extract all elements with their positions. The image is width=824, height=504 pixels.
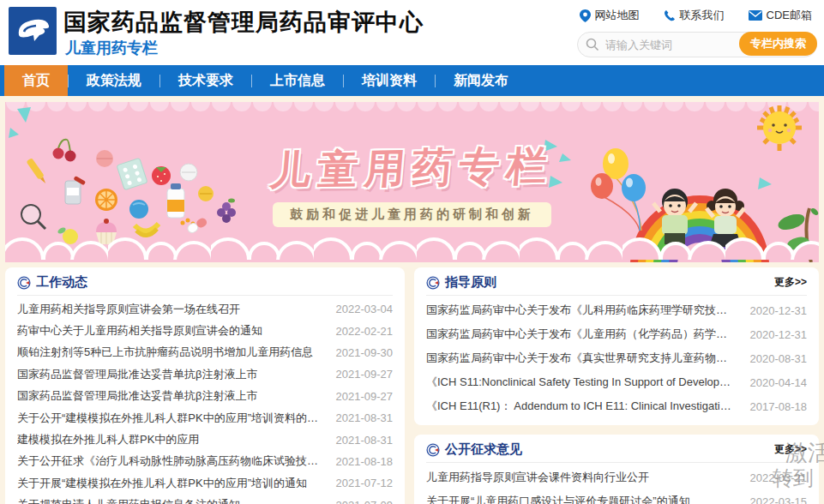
list-item-date: 2022-02-21: [336, 325, 394, 338]
map-pin-icon: [580, 9, 591, 22]
list-item[interactable]: 儿童用药指导原则宣讲会课件资料向行业公开2022-03-21: [426, 465, 807, 489]
list-item[interactable]: 关于规范申请人儿童用药申报信息备注的通知2021-07-09: [17, 495, 393, 504]
list-item-title[interactable]: 国家药监局药审中心关于发布《真实世界研究支持儿童药物研发与审评的...: [426, 351, 733, 366]
list-item-date: 2021-07-12: [336, 477, 394, 489]
contact-link[interactable]: 联系我们: [664, 8, 725, 23]
quick-links: 网站地图 联系我们 CDE邮箱: [580, 8, 812, 23]
contact-label: 联系我们: [680, 8, 725, 23]
nav-item-market[interactable]: 上市信息: [252, 65, 343, 96]
section-guidelines: 指导原则 更多>> 国家药监局药审中心关于发布《儿科用药临床药理学研究技术指导原…: [414, 267, 819, 425]
mail-label: CDE邮箱: [767, 8, 812, 23]
list-item[interactable]: 关于公开“建模模拟在外推儿科人群PK中的应用”培训资料的通知2021-08-31: [17, 407, 393, 429]
list-item-date: 2022-03-21: [750, 471, 808, 484]
list-item-title[interactable]: 儿童用药相关指导原则宣讲会第一场在线召开: [17, 302, 240, 317]
section-header: 公开征求意见 更多>>: [426, 435, 807, 463]
section-badge-icon: [426, 276, 440, 290]
list-item[interactable]: 《ICH S11:Nonclinical Safety Testing In S…: [426, 370, 807, 394]
phone-icon: [664, 9, 676, 21]
section-public-comments: 公开征求意见 更多>> 儿童用药指导原则宣讲会课件资料向行业公开2022-03-…: [414, 435, 819, 504]
list-item[interactable]: 国家药品监督管理局批准达妥昔单抗β注射液上市2021-09-27: [17, 363, 393, 385]
list-item-date: 2021-09-27: [336, 368, 394, 381]
list-item-title[interactable]: 《ICH E11(R1)： Addendum to ICH E11: Clini…: [426, 399, 733, 414]
cde-logo-icon: [9, 7, 57, 55]
nav-item-home[interactable]: 首页: [4, 65, 68, 96]
list-item[interactable]: 儿童用药相关指导原则宣讲会第一场在线召开2022-03-04: [17, 298, 393, 320]
list-item[interactable]: 顺铂注射剂等5种已上市抗肿瘤药品说明书增加儿童用药信息2021-09-30: [17, 342, 393, 363]
list-item-date: 2022-03-15: [750, 495, 808, 504]
list-item-date: 2021-09-30: [336, 346, 394, 359]
nav-item-policies[interactable]: 政策法规: [69, 65, 159, 96]
list-item-title[interactable]: 关于规范申请人儿童用药申报信息备注的通知: [17, 497, 240, 504]
list-item-title[interactable]: 关于开展“建模模拟在外推儿科人群PK中的应用”培训的通知: [17, 476, 307, 491]
list-item[interactable]: 国家药监局药审中心关于发布《儿科用药临床药理学研究技术指导原则》...2020-…: [426, 298, 807, 322]
clouds: [5, 224, 819, 262]
right-column: 指导原则 更多>> 国家药监局药审中心关于发布《儿科用药临床药理学研究技术指导原…: [414, 267, 819, 504]
search-bar: 专栏内搜索: [577, 32, 817, 57]
mail-icon: [749, 10, 762, 21]
list-item-title[interactable]: 关于公开“建模模拟在外推儿科人群PK中的应用”培训资料的通知: [17, 411, 319, 426]
list-item-date: 2020-12-31: [750, 328, 808, 341]
banner-band: 儿童用药专栏 鼓励和促进儿童用药的研制和创新: [0, 96, 824, 267]
list-item[interactable]: 《ICH E11(R1)： Addendum to ICH E11: Clini…: [426, 394, 807, 418]
section-title: 指导原则: [445, 274, 496, 291]
section-title: 公开征求意见: [445, 441, 522, 458]
nav-item-training[interactable]: 培训资料: [344, 65, 435, 96]
banner-slogan: 鼓励和促进儿童用药的研制和创新: [273, 202, 551, 227]
list-item[interactable]: 国家药监局药审中心关于发布《儿童用药（化学药品）药学开发指导原则...2020-…: [426, 322, 807, 346]
search-button[interactable]: 专栏内搜索: [739, 32, 817, 56]
more-link[interactable]: 更多>>: [774, 275, 807, 290]
mail-link[interactable]: CDE邮箱: [749, 8, 812, 23]
list-item-title[interactable]: 《ICH S11:Nonclinical Safety Testing In S…: [426, 375, 733, 390]
section-work-updates: 工作动态 儿童用药相关指导原则宣讲会第一场在线召开2022-03-04 药审中心…: [5, 267, 405, 504]
list-item-date: 2020-04-14: [750, 376, 808, 389]
page: 国家药品监督管理局药品审评中心 儿童用药专栏 网站地图 联系我们 CDE邮箱 专…: [0, 0, 824, 504]
list-item-title[interactable]: 顺铂注射剂等5种已上市抗肿瘤药品说明书增加儿童用药信息: [17, 345, 313, 360]
list-item[interactable]: 药审中心关于儿童用药相关指导原则宣讲会的通知2022-02-21: [17, 320, 393, 341]
list-item-title[interactable]: 关于开展“儿童用药口感设计与评价专题研讨会”的通知: [426, 494, 690, 504]
list-item-title[interactable]: 国家药品监督管理局批准达妥昔单抗β注射液上市: [17, 367, 257, 382]
banner[interactable]: 儿童用药专栏 鼓励和促进儿童用药的研制和创新: [5, 102, 819, 262]
list-item-date: 2021-07-09: [336, 499, 394, 504]
list-item-title[interactable]: 建模模拟在外推儿科人群PK中的应用: [17, 432, 199, 447]
nav-item-technical[interactable]: 技术要求: [160, 65, 251, 96]
list-item[interactable]: 关于公开征求《治疗儿科动脉性肺动脉高压药物临床试验技术指导原则（...2021-…: [17, 451, 393, 472]
list-item-date: 2021-08-18: [336, 455, 394, 468]
nav-item-news[interactable]: 新闻发布: [436, 65, 526, 96]
list-item-title[interactable]: 药审中心关于儿童用药相关指导原则宣讲会的通知: [17, 323, 262, 339]
list-item-date: 2021-08-31: [336, 434, 394, 447]
list-item-date: 2022-03-04: [336, 303, 394, 315]
list-item[interactable]: 关于开展“建模模拟在外推儿科人群PK中的应用”培训的通知2021-07-12: [17, 472, 393, 494]
site-title: 国家药品监督管理局药品审评中心: [63, 7, 424, 38]
list-item[interactable]: 建模模拟在外推儿科人群PK中的应用2021-08-31: [17, 429, 393, 450]
list-item-title[interactable]: 国家药品监督管理局批准达妥昔单抗β注射液上市: [17, 388, 257, 404]
content: 工作动态 儿童用药相关指导原则宣讲会第一场在线召开2022-03-04 药审中心…: [0, 267, 824, 504]
top-header: 国家药品监督管理局药品审评中心 儿童用药专栏 网站地图 联系我们 CDE邮箱 专…: [0, 0, 824, 65]
main-nav: 首页 政策法规 技术要求 上市信息 培训资料 新闻发布: [0, 65, 824, 96]
section-title: 工作动态: [36, 274, 87, 291]
section-header: 指导原则 更多>>: [426, 267, 807, 296]
section-badge-icon: [17, 276, 31, 290]
list-item-date: 2021-08-31: [336, 411, 394, 424]
list-item-title[interactable]: 国家药监局药审中心关于发布《儿科用药临床药理学研究技术指导原则》...: [426, 303, 733, 318]
sitemap-link[interactable]: 网站地图: [580, 8, 640, 23]
list-item-date: 2017-08-18: [750, 400, 808, 413]
list-item-date: 2021-09-27: [336, 390, 394, 403]
search-icon: [586, 38, 599, 51]
section-badge-icon: [426, 443, 440, 457]
list-item[interactable]: 国家药品监督管理局批准达妥昔单抗β注射液上市2021-09-27: [17, 386, 393, 407]
list-item[interactable]: 关于开展“儿童用药口感设计与评价专题研讨会”的通知2022-03-15: [426, 489, 807, 504]
list-item-title[interactable]: 儿童用药指导原则宣讲会课件资料向行业公开: [426, 470, 649, 485]
list-item-date: 2020-12-31: [750, 304, 808, 317]
cde-logo[interactable]: [9, 7, 57, 55]
more-link[interactable]: 更多>>: [774, 442, 807, 457]
section-header: 工作动态: [17, 267, 393, 296]
site-subtitle: 儿童用药专栏: [65, 38, 158, 58]
list-item[interactable]: 国家药监局药审中心关于发布《真实世界研究支持儿童药物研发与审评的...2020-…: [426, 346, 807, 370]
list-item-title[interactable]: 关于公开征求《治疗儿科动脉性肺动脉高压药物临床试验技术指导原则（...: [17, 453, 319, 469]
list-item-title[interactable]: 国家药监局药审中心关于发布《儿童用药（化学药品）药学开发指导原则...: [426, 327, 733, 342]
list-item-date: 2020-08-31: [750, 352, 808, 365]
sitemap-label: 网站地图: [595, 8, 640, 23]
